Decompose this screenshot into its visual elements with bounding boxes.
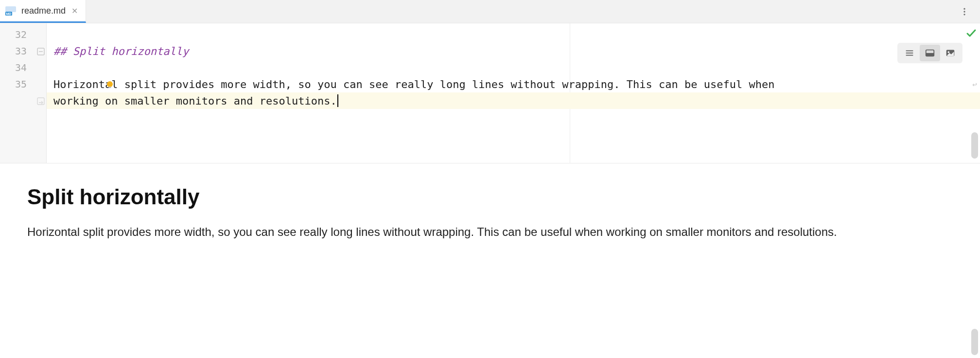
- soft-wrap-marker-icon: [36, 96, 45, 105]
- svg-rect-10: [109, 87, 111, 88]
- svg-rect-0: [5, 6, 16, 12]
- svg-point-4: [963, 11, 965, 12]
- code-line[interactable]: [47, 26, 980, 43]
- close-icon[interactable]: ✕: [70, 6, 79, 16]
- preview-paragraph: Horizontal split provides more width, so…: [27, 224, 941, 241]
- line-number[interactable]: 35: [0, 76, 46, 92]
- line-number[interactable]: 34: [0, 59, 46, 76]
- svg-rect-8: [37, 98, 44, 105]
- view-mode-switch: [897, 43, 962, 63]
- editor-gutter: 32 33 34 35: [0, 23, 47, 163]
- text-caret: [337, 94, 338, 107]
- markdown-file-icon: MD: [5, 5, 17, 17]
- editor-pane: 32 33 34 35 ## Split horizontally Horizo…: [0, 23, 980, 163]
- code-line[interactable]: working on smaller monitors and resoluti…: [47, 92, 980, 109]
- preview-heading: Split horizontally: [27, 185, 953, 209]
- markdown-heading: ## Split horizontally: [53, 45, 189, 57]
- tabbar-more-button[interactable]: [955, 0, 974, 23]
- svg-point-9: [107, 81, 113, 87]
- intention-bulb-icon[interactable]: [105, 80, 115, 90]
- fold-toggle-icon[interactable]: [36, 47, 45, 55]
- tab-filename: readme.md: [21, 6, 66, 16]
- inspection-ok-icon[interactable]: [965, 27, 977, 39]
- code-line[interactable]: [47, 59, 980, 76]
- view-mode-source-button[interactable]: [899, 45, 920, 61]
- svg-point-17: [948, 51, 950, 53]
- svg-text:MD: MD: [6, 12, 12, 16]
- markdown-preview-pane: Split horizontally Horizontal split prov…: [0, 163, 980, 358]
- svg-point-3: [963, 8, 965, 9]
- code-editor[interactable]: ## Split horizontally Horizontal split p…: [47, 23, 980, 163]
- line-number[interactable]: 32: [0, 26, 46, 43]
- line-number[interactable]: 33: [0, 43, 46, 59]
- svg-rect-15: [926, 53, 934, 56]
- preview-scrollbar-thumb[interactable]: [971, 329, 978, 355]
- line-number[interactable]: [0, 92, 46, 109]
- code-line[interactable]: Horizontal split provides more width, so…: [47, 76, 980, 92]
- tab-readme[interactable]: MD readme.md ✕: [0, 0, 86, 23]
- editor-scrollbar-thumb[interactable]: [971, 132, 978, 159]
- view-mode-preview-button[interactable]: [940, 45, 961, 61]
- code-line[interactable]: ## Split horizontally: [47, 43, 980, 59]
- tab-bar: MD readme.md ✕: [0, 0, 980, 23]
- svg-point-5: [963, 14, 965, 15]
- view-mode-split-button[interactable]: [920, 45, 940, 61]
